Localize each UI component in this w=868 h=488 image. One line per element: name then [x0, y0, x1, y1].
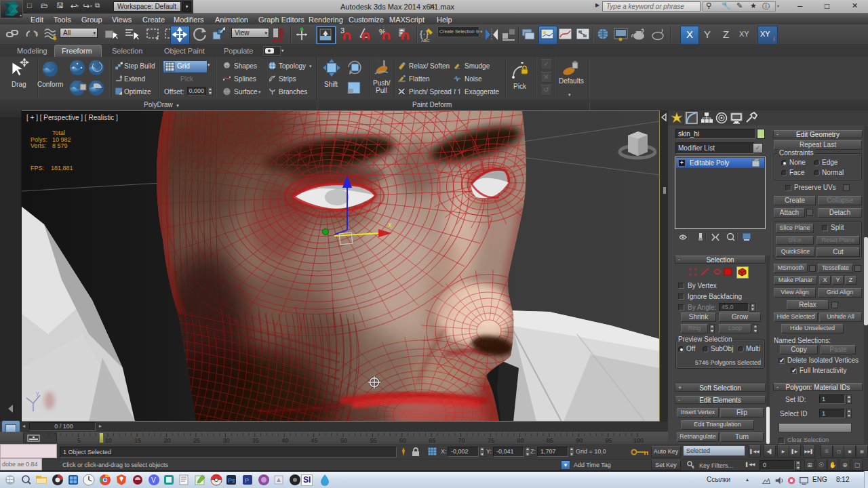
svg-text:Total: Total [52, 129, 65, 136]
svg-text:Verts:: Verts: [31, 142, 46, 149]
svg-text:[ + ] [ Perspective ] [ Realis: [ + ] [ Perspective ] [ Realistic ] [26, 114, 118, 121]
svg-text:FPS:: FPS: [31, 165, 44, 171]
svg-text:x: x [388, 220, 392, 228]
svg-text:$: $ [53, 35, 56, 41]
svg-text:ABC: ABC [421, 39, 430, 43]
svg-text:Ps: Ps [228, 477, 235, 484]
svg-text:8 579: 8 579 [52, 142, 68, 149]
svg-text:y: y [36, 390, 39, 396]
svg-text:P: P [245, 477, 249, 484]
svg-text:V: V [151, 476, 156, 484]
svg-text:181,881: 181,881 [51, 165, 73, 171]
svg-text:S: S [35, 30, 38, 37]
